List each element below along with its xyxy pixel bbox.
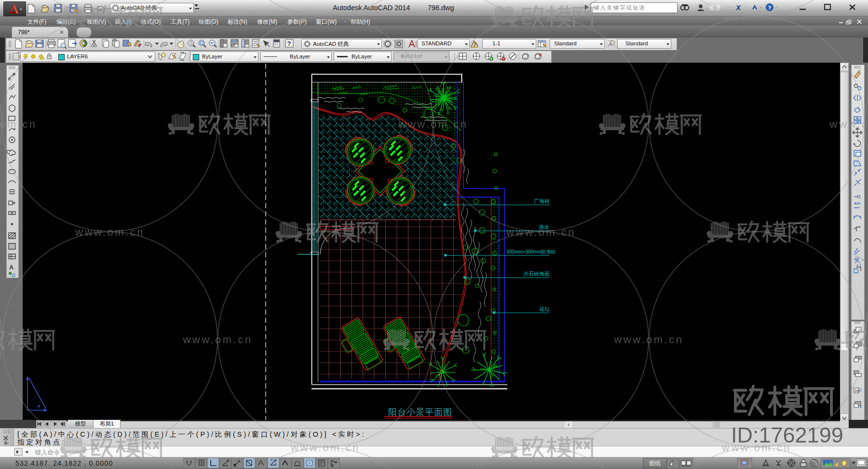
- svg-text:?: ?: [768, 5, 772, 11]
- svg-text:·: ·: [746, 4, 747, 10]
- svg-text:登录: 登录: [709, 4, 721, 11]
- svg-text:·: ·: [760, 4, 762, 10]
- svg-text:·: ·: [730, 4, 732, 10]
- svg-text:片石砖饰面: 片石砖饰面: [523, 271, 550, 277]
- svg-text:AB: AB: [854, 389, 860, 393]
- svg-text:花坛: 花坛: [539, 306, 550, 312]
- svg-text:300mm×300mm防滑砖: 300mm×300mm防滑砖: [506, 249, 556, 255]
- svg-text:?: ?: [287, 40, 291, 47]
- svg-text:阳台小景平面图: 阳台小景平面图: [388, 407, 452, 417]
- svg-text:·: ·: [775, 4, 777, 10]
- svg-text:滴水: 滴水: [538, 224, 549, 230]
- svg-text:X: X: [735, 3, 741, 12]
- svg-text:A: A: [9, 264, 14, 271]
- svg-text:广场砖: 广场砖: [534, 198, 550, 204]
